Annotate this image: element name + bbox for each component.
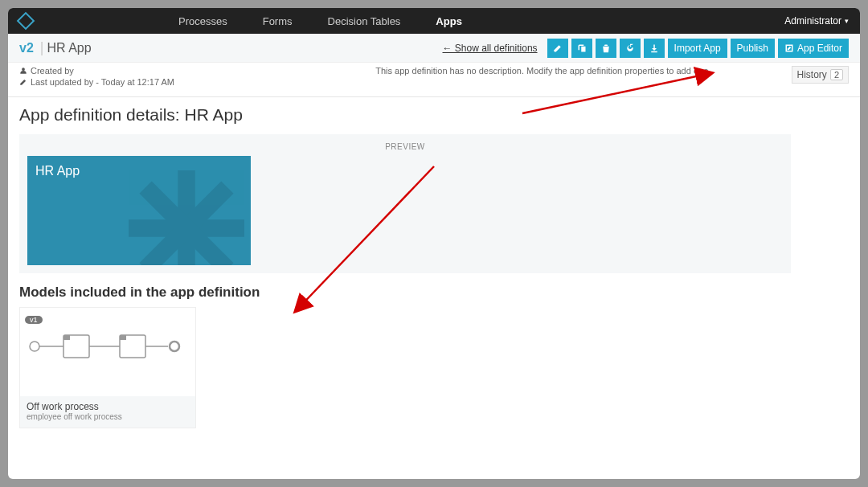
app-preview-tile[interactable]: HR App: [27, 156, 251, 265]
preview-label: PREVIEW: [27, 142, 783, 151]
user-name: Administrator: [784, 15, 841, 27]
history-count: 2: [830, 69, 843, 80]
nav-processes[interactable]: Processes: [161, 8, 245, 34]
refresh-icon: [625, 43, 635, 53]
model-title: Off work process: [27, 401, 189, 412]
import-app-button[interactable]: Import App: [668, 39, 727, 58]
download-icon: [649, 43, 659, 53]
svg-point-4: [30, 342, 39, 351]
publish-button[interactable]: Publish: [731, 39, 775, 58]
model-diagram-thumb: v1: [20, 308, 195, 396]
pencil-icon: [553, 43, 563, 53]
user-menu[interactable]: Administrator ▾: [784, 15, 849, 27]
app-editor-button[interactable]: App Editor: [778, 39, 849, 58]
delete-button[interactable]: [596, 39, 616, 58]
model-card[interactable]: v1 Off work process employee off work pr…: [19, 307, 196, 428]
app-editor-label: App Editor: [797, 43, 842, 54]
download-button[interactable]: [644, 39, 665, 58]
created-by-label: Created by: [31, 66, 74, 76]
trash-icon: [601, 43, 611, 53]
app-logo-icon[interactable]: [17, 12, 35, 31]
show-all-definitions-link[interactable]: ← Show all definitions: [443, 43, 538, 54]
svg-rect-7: [63, 335, 70, 340]
divider: |: [37, 39, 47, 56]
nav-apps[interactable]: Apps: [418, 8, 480, 34]
description-placeholder: This app definition has no description. …: [293, 66, 792, 76]
model-subtitle: employee off work process: [27, 412, 189, 421]
last-updated-label: Last updated by - Today at 12:17 AM: [31, 77, 174, 87]
history-button[interactable]: History 2: [792, 66, 849, 84]
model-version-badge: v1: [25, 316, 43, 324]
refresh-button[interactable]: [620, 39, 641, 58]
preview-tile-title: HR App: [35, 164, 243, 178]
page-heading: App definition details: HR App: [19, 105, 849, 125]
app-title: HR App: [47, 41, 91, 55]
models-heading: Models included in the app definition: [19, 284, 849, 301]
history-label: History: [797, 69, 827, 80]
preview-panel: PREVIEW HR App: [19, 134, 791, 273]
edit-button[interactable]: [547, 39, 568, 58]
bpmn-diagram-icon: [25, 330, 186, 362]
version-badge: v2: [19, 41, 34, 55]
copy-icon: [577, 43, 587, 53]
svg-rect-10: [120, 335, 126, 340]
chevron-down-icon: ▾: [845, 17, 849, 25]
user-icon: [19, 67, 27, 75]
duplicate-button[interactable]: [571, 39, 592, 58]
nav-forms[interactable]: Forms: [245, 8, 310, 34]
nav-decision-tables[interactable]: Decision Tables: [310, 8, 419, 34]
svg-point-12: [170, 342, 179, 351]
pencil-small-icon: [19, 78, 27, 86]
edit-square-icon: [784, 43, 794, 53]
